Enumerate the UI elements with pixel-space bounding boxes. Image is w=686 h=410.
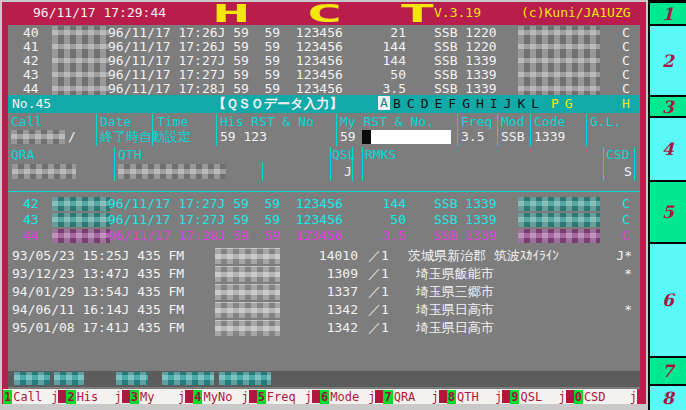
fkey-freq[interactable]: 5 Freq j [257,389,320,404]
csd-value[interactable]: S [624,165,632,179]
fkey-number: 0 [574,390,583,404]
side-tab-3[interactable]: 3 [650,97,686,116]
menu-h[interactable]: H [622,97,630,111]
fkey-csd[interactable]: 0 CSD j [574,389,637,404]
fkey-number: 7 [383,390,392,404]
history-row: 94/06/11 16:14J 435 FM 1342 ／1 埼玉県日高市 * [8,301,640,319]
separator-block [375,390,383,403]
separator-block [439,390,447,403]
side-tab-5[interactable]: 5 [650,182,686,242]
fkey-label: QSL [519,390,558,404]
log-freq: 50 [366,68,406,82]
redacted-qth-value [118,164,226,179]
history-row: 95/01/08 17:41J 435 FM 1342 ／1 埼玉県日高市 [8,319,640,337]
log-detail: 96/11/17 17:27J 59 59 123456 [108,197,343,211]
my-number-input[interactable] [371,130,451,144]
side-tab-7[interactable]: 7 [650,358,686,384]
fkey-qra[interactable]: 7 QRA j [383,389,446,404]
log-freq: 144 [366,40,406,54]
history-mark: * [592,303,632,317]
log-no: 42 [23,54,39,68]
side-tab-8[interactable]: 8 [650,386,686,410]
side-tab-1[interactable]: 1 [650,3,686,24]
side-tab-2[interactable]: 2 [650,26,686,95]
fkey-mode[interactable]: 6 Mode j [320,389,383,404]
redacted-qra [518,26,600,40]
menu-pg[interactable]: PG [551,97,579,111]
redacted-qra [518,82,600,96]
fkey-my[interactable]: 3 My j [130,389,193,404]
history-portable: ／1 [368,321,389,335]
redacted-qra [518,40,600,54]
separator-block [249,390,257,403]
text-cursor[interactable] [362,130,371,144]
main-area: 40 96/11/17 17:26J 59 59 123456 21 SSB 1… [8,25,640,389]
redacted-qra [518,54,600,68]
log-detail: 96/11/17 17:26J 59 59 123456 [108,40,343,54]
table-row: 44 96/11/17 17:28J 59 59 123456 3.5 SSB … [8,82,640,96]
log-detail: 96/11/17 17:27J 59 59 123456 [108,54,343,68]
code-value[interactable]: 1339 [534,130,565,144]
fkey-label: His [76,390,115,404]
log-mode: SSB 1339 [434,229,497,243]
fkey-suffix: j [432,390,439,404]
clock: 96/11/17 17:29:44 [33,6,166,20]
fkey-myno[interactable]: 4 MyNo j [193,389,256,404]
history-qth: 埼玉県日高市 [408,321,494,335]
log-detail: 96/11/17 17:27J 59 59 123456 [108,68,343,82]
entry-header-bar: No.45 【ＱＳＯデータ入力】 A BCDEFGHIJKL PG H [8,95,640,113]
side-tab-6[interactable]: 6 [650,244,686,356]
tab-number: 5 [662,202,674,222]
log-no: 40 [23,26,39,40]
call-field-suffix[interactable]: / [68,130,76,144]
log-flag: C [622,26,630,40]
fkey-label: Mode [329,390,368,404]
fkey-suffix: j [51,390,58,404]
redacted-status [14,372,50,385]
log-no: 41 [23,40,39,54]
fkey-suffix: j [305,390,312,404]
history-portable: ／1 [368,267,389,281]
redacted-callsign [215,320,280,336]
menu-letters[interactable]: BCDEFGHIJKL [393,97,545,111]
fkey-his[interactable]: 2 His j [66,389,129,404]
history-row: 93/12/23 13:47J 435 FM 1309 ／1 埼玉県飯能市 * [8,265,640,283]
fkey-number: 6 [320,390,329,404]
fkey-call[interactable]: 1 Call j [3,389,66,404]
log-detail: 96/11/17 17:28J 59 59 123456 [108,82,343,96]
log-mode: SSB 1339 [434,68,497,82]
side-tab-4[interactable]: 4 [650,118,686,180]
history-portable: ／1 [368,285,389,299]
log-mode: SSB 1220 [434,40,497,54]
menu-letter-active[interactable]: A [378,96,390,110]
fkey-suffix: j [241,390,248,404]
tab-number: 6 [662,290,674,310]
log-freq: 3.5 [366,82,406,96]
redacted-callsign [52,54,110,68]
tab-number: 7 [662,361,674,381]
field-label-my-rst: My RST & No. [340,115,434,129]
redacted-qra [518,213,600,227]
fkey-qsl[interactable]: 9 QSL j [510,389,573,404]
fkey-label: QRA [393,390,432,404]
log-mode: SSB 1339 [434,197,497,211]
log-detail: 96/11/17 17:28J 59 59 123456 [108,229,343,243]
field-label-date: Date [100,115,131,129]
date-auto-value[interactable]: 終了時自動設定 [100,130,191,144]
history-number: 1337 [308,285,358,299]
his-rst-value[interactable]: 59 123 [220,130,267,144]
fkey-label: MyNo [202,390,241,404]
redacted-callsign [52,82,110,96]
fkey-qth[interactable]: 8 QTH j [447,389,510,404]
fkey-number: 3 [130,390,139,404]
table-row: 43 96/11/17 17:27J 59 59 123456 50 SSB 1… [8,213,640,227]
my-rst-value[interactable]: 59 [340,130,356,144]
qsl-value[interactable]: J [344,165,352,179]
log-flag: C [622,229,630,243]
freq-value[interactable]: 3.5 [461,130,484,144]
redacted-callsign [52,213,110,227]
record-number: No.45 [12,97,51,111]
mod-value[interactable]: SSB [501,130,524,144]
log-freq: 21 [366,26,406,40]
history-date: 94/01/29 13:54J 435 FM [12,285,184,299]
